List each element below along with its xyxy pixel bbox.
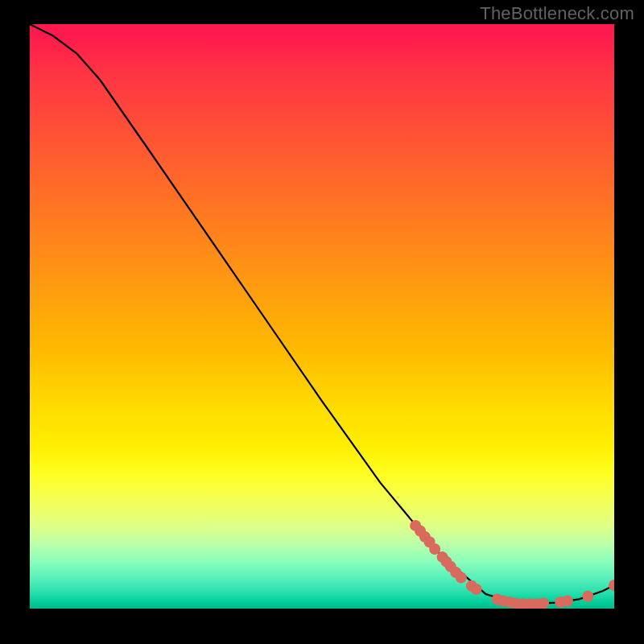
scatter-dot <box>582 591 593 602</box>
scatter-dot <box>609 580 614 591</box>
plot-area <box>30 24 614 609</box>
watermark-text: TheBottleneck.com <box>480 3 634 24</box>
scatter-dot <box>562 596 573 607</box>
scatter-dot <box>456 572 467 584</box>
scatter-dot <box>538 597 549 609</box>
chart-scatter-points <box>410 520 614 609</box>
chart-svg <box>30 24 614 609</box>
chart-curve <box>30 24 614 604</box>
scatter-dot <box>471 584 482 595</box>
